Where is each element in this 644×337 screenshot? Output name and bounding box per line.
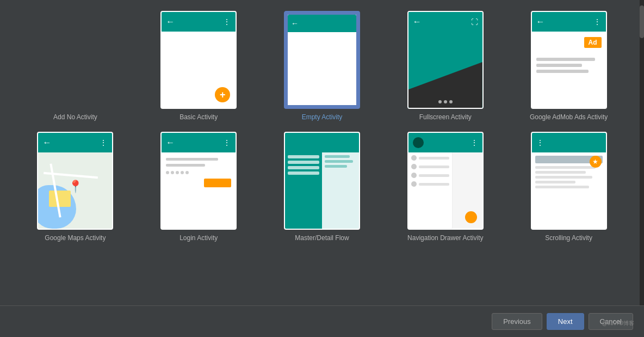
activity-item-empty[interactable]: ← Empty Activity <box>263 11 381 121</box>
maps-activity-label: Google Maps Activity <box>45 234 106 242</box>
login-back-icon: ← <box>166 138 175 148</box>
nav-header-circle <box>413 137 424 148</box>
basic-activity-label: Basic Activity <box>179 113 218 121</box>
activity-item-admob[interactable]: ← ⋮ Ad Google AdMob Ads Activity <box>510 11 628 121</box>
master-activity-thumb <box>284 132 360 230</box>
menu-dots-icon: ⋮ <box>223 17 231 26</box>
scrolling-activity-thumb: ⋮ ★ <box>531 132 607 230</box>
nav-dots-icon: ⋮ <box>470 138 478 147</box>
nav-fab-icon <box>465 211 477 223</box>
scrollbar[interactable] <box>640 0 644 337</box>
next-button[interactable]: Next <box>547 313 584 330</box>
footer: Previous Next Cancel @5107D博客 <box>0 305 644 337</box>
basic-activity-thumb: ← ⋮ + <box>160 11 237 109</box>
navdrawer-activity-label: Navigation Drawer Activity <box>407 234 483 242</box>
master-activity-label: Master/Detail Flow <box>295 234 349 242</box>
empty-activity-label: Empty Activity <box>302 113 343 121</box>
admob-back-icon: ← <box>536 17 545 27</box>
activity-item-login[interactable]: ← ⋮ <box>140 132 258 242</box>
no-activity-label: Add No Activity <box>53 113 97 121</box>
scrolling-activity-label: Scrolling Activity <box>545 234 592 242</box>
activity-item-fullscreen[interactable]: ← ⛶ Fullscreen Activity <box>386 11 504 121</box>
no-activity-thumb <box>37 11 113 109</box>
activity-item-basic[interactable]: ← ⋮ + Basic Activity <box>140 11 258 121</box>
activity-grid: Add No Activity ← ⋮ + Basic Activity <box>16 11 628 242</box>
maps-back-icon: ← <box>42 138 51 148</box>
login-activity-label: Login Activity <box>179 234 218 242</box>
admob-activity-thumb: ← ⋮ Ad <box>531 11 607 109</box>
admob-activity-label: Google AdMob Ads Activity <box>530 113 608 121</box>
activity-item-master[interactable]: Master/Detail Flow <box>263 132 381 242</box>
fullscreen-back-icon: ← <box>413 17 422 27</box>
previous-button[interactable]: Previous <box>492 313 542 330</box>
fullscreen-activity-label: Fullscreen Activity <box>419 113 472 121</box>
activity-item-no-activity[interactable]: Add No Activity <box>16 11 134 121</box>
map-pin-icon: 📍 <box>68 180 83 194</box>
scrollbar-thumb[interactable] <box>640 5 644 38</box>
fullscreen-expand-icon: ⛶ <box>471 18 478 26</box>
fullscreen-activity-thumb: ← ⛶ <box>407 11 484 109</box>
scrolling-dots-icon: ⋮ <box>536 138 544 147</box>
login-dots-icon: ⋮ <box>223 138 231 147</box>
activity-item-scrolling[interactable]: ⋮ ★ Scrolling Activ <box>510 132 628 242</box>
empty-activity-thumb: ← <box>284 11 360 109</box>
scrolling-star-icon: ★ <box>590 156 602 168</box>
maps-activity-thumb: ← ⋮ 📍 <box>37 132 113 230</box>
admob-dots-icon: ⋮ <box>593 17 602 26</box>
login-activity-thumb: ← ⋮ <box>160 132 237 230</box>
activity-grid-container: Add No Activity ← ⋮ + Basic Activity <box>0 0 644 305</box>
back-arrow-icon: ← <box>166 17 175 27</box>
fab-icon: + <box>215 87 230 102</box>
activity-item-maps[interactable]: ← ⋮ 📍 Google Maps Activity <box>16 132 134 242</box>
navdrawer-activity-thumb: ⋮ <box>407 132 484 230</box>
activity-item-navdrawer[interactable]: ⋮ <box>386 132 504 242</box>
maps-dots-icon: ⋮ <box>100 138 108 147</box>
watermark-text: @5107D博客 <box>602 320 634 327</box>
ad-banner: Ad <box>584 37 602 48</box>
login-button <box>204 179 231 187</box>
